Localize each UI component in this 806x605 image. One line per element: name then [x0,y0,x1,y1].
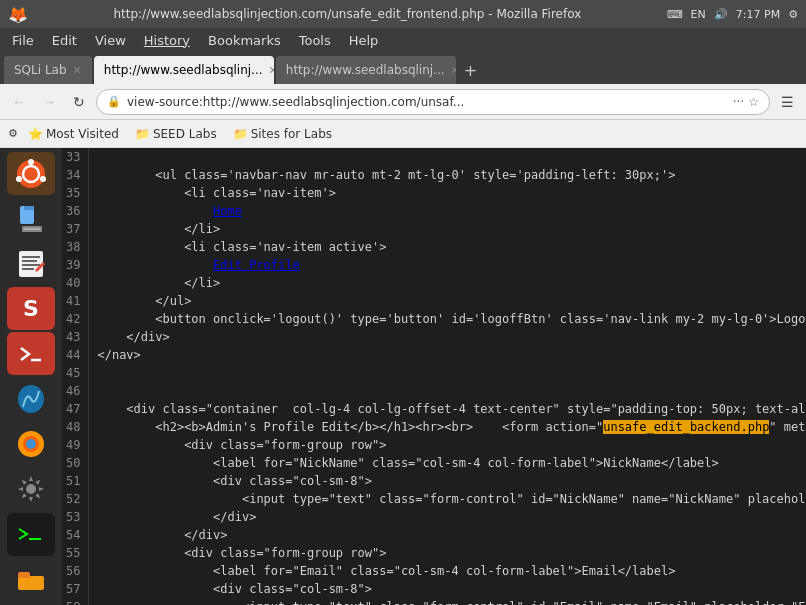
text-editor-icon[interactable] [7,242,55,285]
line-content [89,148,806,166]
line-number: 45 [62,364,89,382]
menubar: File Edit View History Bookmarks Tools H… [0,28,806,52]
titlebar-controls: ⌨ EN 🔊 7:17 PM ⚙ [667,8,798,21]
menu-edit[interactable]: Edit [44,31,85,50]
firefox-sidebar-icon[interactable] [7,423,55,466]
menu-button[interactable]: ☰ [774,89,800,115]
files-icon[interactable] [7,197,55,240]
svg-rect-11 [22,260,37,262]
tab-close-1[interactable]: ✕ [73,64,82,77]
terminal-red-icon[interactable] [7,332,55,375]
svg-point-2 [28,159,34,165]
tab-seedlab-2[interactable]: http://www.seedlabsqlinj... ✕ [276,56,456,84]
source-code-view[interactable]: 33 34 <ul class='navbar-nav mr-auto mt-2… [62,148,806,605]
tab-sqli-lab[interactable]: SQLi Lab ✕ [4,56,92,84]
new-tab-button[interactable]: + [458,56,483,84]
bookmark-most-visited[interactable]: ⭐ Most Visited [22,125,125,143]
line-content: <div class="form-group row"> [89,436,806,454]
menu-tools[interactable]: Tools [291,31,339,50]
navigation-bar: ← → ↻ 🔒 view-source:http://www.seedlabsq… [0,84,806,120]
tabbar: SQLi Lab ✕ http://www.seedlabsqlinj... ✕… [0,52,806,84]
lock-icon: 🔒 [107,95,121,108]
wireshark-icon[interactable] [7,377,55,420]
address-bar[interactable]: 🔒 view-source:http://www.seedlabsqlinjec… [96,89,770,115]
main-content: S [0,148,806,605]
svg-rect-6 [24,206,34,210]
table-row: 35 <li class='nav-item'> [62,184,806,202]
table-row: 38 <li class='nav-item active'> [62,238,806,256]
line-number: 53 [62,508,89,526]
menu-file[interactable]: File [4,31,42,50]
table-row: 47 <div class="container col-lg-4 col-lg… [62,400,806,418]
more-icon[interactable]: ··· [733,95,744,109]
files-sidebar-icon[interactable] [7,558,55,601]
address-text: view-source:http://www.seedlabsqlinjecti… [127,95,727,109]
s-app-icon[interactable]: S [7,287,55,330]
window-title: http://www.seedlabsqlinjection.com/unsaf… [34,7,661,21]
svg-point-3 [40,176,46,182]
line-content: <div class="container col-lg-4 col-lg-of… [89,400,806,418]
svg-point-4 [16,176,22,182]
line-number: 48 [62,418,89,436]
menu-view[interactable]: View [87,31,134,50]
menu-help[interactable]: Help [341,31,387,50]
table-row: 49 <div class="form-group row"> [62,436,806,454]
line-number: 43 [62,328,89,346]
table-row: 52 <input type="text" class="form-contro… [62,490,806,508]
line-content: </ul> [89,292,806,310]
folder-bookmark-icon-2: 📁 [233,127,248,141]
ubuntu-icon[interactable] [7,152,55,195]
table-row: 51 <div class="col-sm-8"> [62,472,806,490]
terminal-black-icon[interactable] [7,513,55,556]
bookmark-star-icon[interactable]: ☆ [748,95,759,109]
code-table: 33 34 <ul class='navbar-nav mr-auto mt-2… [62,148,806,605]
line-number: 54 [62,526,89,544]
tab-seedlab-1[interactable]: http://www.seedlabsqlinj... ✕ [94,56,274,84]
reload-button[interactable]: ↻ [66,89,92,115]
line-content: <label for="Email" class="col-sm-4 col-f… [89,562,806,580]
line-number: 58 [62,598,89,605]
line-number: 57 [62,580,89,598]
tab-label: http://www.seedlabsqlinj... [286,63,445,77]
line-number: 49 [62,436,89,454]
firefox-logo: 🦊 [8,5,28,24]
table-row: 33 [62,148,806,166]
back-button[interactable]: ← [6,89,32,115]
bookmark-label: Sites for Labs [251,127,332,141]
table-row: 42 <button onclick='logout()' type='butt… [62,310,806,328]
tab-label: http://www.seedlabsqlinj... [104,63,263,77]
line-number: 46 [62,382,89,400]
tab-close-3[interactable]: ✕ [451,64,456,77]
address-bar-icons: ··· ☆ [733,95,759,109]
bookmarks-bar: ⚙ ⭐ Most Visited 📁 SEED Labs 📁 Sites for… [0,120,806,148]
line-content: Home [89,202,806,220]
table-row: 36 Home [62,202,806,220]
line-number: 33 [62,148,89,166]
svg-rect-8 [24,228,40,230]
table-row: 43 </div> [62,328,806,346]
line-number: 50 [62,454,89,472]
line-number: 39 [62,256,89,274]
table-row: 56 <label for="Email" class="col-sm-4 co… [62,562,806,580]
bookmark-seed-labs[interactable]: 📁 SEED Labs [129,125,223,143]
table-row: 54 </div> [62,526,806,544]
power-icon: ⚙ [788,8,798,21]
line-content: Edit Profile [89,256,806,274]
settings-sidebar-icon[interactable] [7,468,55,511]
forward-button[interactable]: → [36,89,62,115]
line-content: <h2><b>Admin's Profile Edit</b></h1><hr>… [89,418,806,436]
tab-close-2[interactable]: ✕ [269,64,274,77]
line-content: </div> [89,508,806,526]
svg-point-21 [26,484,36,494]
settings-small-icon: ⚙ [8,127,18,140]
menu-history[interactable]: History [136,31,198,50]
line-number: 36 [62,202,89,220]
table-row: 44</nav> [62,346,806,364]
line-number: 56 [62,562,89,580]
bookmark-sites-for-labs[interactable]: 📁 Sites for Labs [227,125,338,143]
menu-bookmarks[interactable]: Bookmarks [200,31,289,50]
svg-rect-10 [22,256,40,258]
lang-indicator: EN [691,8,706,21]
table-row: 57 <div class="col-sm-8"> [62,580,806,598]
line-content: <li class='nav-item active'> [89,238,806,256]
